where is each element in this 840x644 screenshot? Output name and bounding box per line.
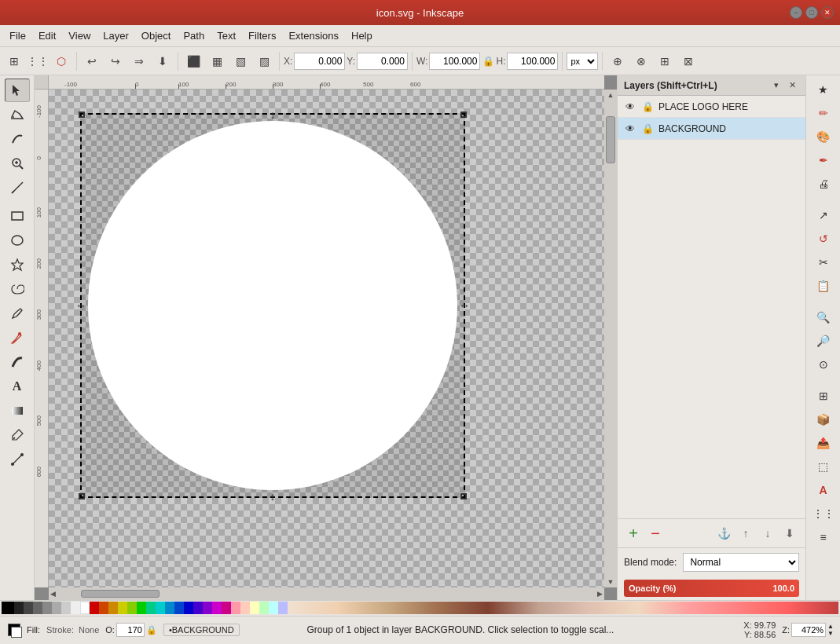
snap1-btn[interactable]: ⊕ [607,50,629,72]
move-layer-bottom[interactable]: ⬇ [780,524,799,543]
canvas-viewport[interactable]: ↕ ↕ ↔ ↔ [49,90,604,587]
menu-filters[interactable]: Filters [242,27,282,44]
swatch-orange[interactable] [108,602,118,614]
move-layer-anchor[interactable]: ⚓ [714,524,733,543]
rt-pattern-btn[interactable]: ⋮⋮ [811,503,836,525]
tool-dropper[interactable] [5,423,30,447]
tool-rect[interactable] [5,204,30,228]
rt-grid-toggle-btn[interactable]: ⊞ [811,385,836,407]
w-input[interactable] [429,53,480,70]
swatch-dark-blue[interactable] [184,602,193,614]
toolbar-snap-btn[interactable]: ⊞ [3,50,25,72]
opacity-lock-btn[interactable]: 🔒 [146,625,157,635]
swatch-pink[interactable] [222,602,231,614]
tool-ellipse[interactable] [5,229,30,252]
tool-node[interactable] [5,103,30,126]
rt-pen-btn[interactable]: ✒ [811,149,836,171]
h-input[interactable] [507,53,558,70]
swatch-gray7[interactable] [71,602,80,614]
rt-ungroup-btn[interactable]: 📤 [811,432,836,454]
move-layer-up[interactable]: ↑ [736,524,755,543]
maximize-button[interactable]: □ [805,6,818,19]
swatch-blue[interactable] [174,602,184,614]
menu-text[interactable]: Text [211,27,242,44]
toolbar-redo-btn[interactable]: ↪ [105,50,127,72]
swatch-black[interactable] [2,602,14,614]
scroll-bottom-track[interactable] [57,590,596,598]
blend-select[interactable]: Normal Multiply Screen Overlay [683,553,799,572]
swatch-green[interactable] [137,602,146,614]
unit-select[interactable]: px mm cm in [567,53,598,70]
tool-star[interactable] [5,253,30,276]
x-input[interactable] [294,53,345,70]
menu-layer[interactable]: Layer [97,27,135,44]
layers-minimize-btn[interactable]: ▾ [769,79,783,93]
rt-print-btn[interactable]: 🖨 [811,173,836,195]
layer-row-0[interactable]: 👁 🔒 PLACE LOGO HERE [618,96,805,118]
opacity-ctrl-input[interactable] [116,623,145,637]
tool-measure[interactable] [5,176,30,199]
tool-gradient[interactable] [5,399,30,423]
canvas-document[interactable]: ↕ ↕ ↔ ↔ [80,113,465,498]
align-left-btn[interactable]: ⬛ [182,50,204,72]
toolbar-fwd-btn[interactable]: ⇒ [128,50,150,72]
tool-calligraphy[interactable] [5,350,30,374]
tool-text[interactable]: A [5,375,30,398]
align-center-btn[interactable]: ▦ [206,50,228,72]
swatch-light-blue[interactable] [278,602,288,614]
stroke-indicator[interactable] [11,627,22,638]
tool-connector[interactable] [5,448,30,471]
rt-align-btn[interactable]: ⬚ [811,456,836,478]
tool-spiral[interactable] [5,277,30,301]
swatch-cyan[interactable] [156,602,165,614]
menu-extensions[interactable]: Extensions [282,27,345,44]
scroll-up-btn[interactable]: ▲ [606,90,616,101]
swatch-magenta[interactable] [212,602,222,614]
menu-file[interactable]: File [3,27,32,44]
rt-pencil-btn[interactable]: ✏ [811,102,836,124]
del-layer-btn[interactable]: − [646,524,665,543]
color-swatch[interactable] [2,602,838,614]
rt-color-btn[interactable]: 🎨 [811,126,836,148]
scroll-right-thumb[interactable] [606,116,615,163]
swatch-gray4[interactable] [42,602,52,614]
swatch-blue-light[interactable] [165,602,174,614]
swatch-orange-red[interactable] [99,602,108,614]
swatch-gray1[interactable] [14,602,24,614]
align-justify-btn[interactable]: ▨ [253,50,275,72]
snap3-btn[interactable]: ⊞ [654,50,676,72]
y-input[interactable] [357,53,408,70]
menu-object[interactable]: Object [135,27,178,44]
swatch-gray6[interactable] [61,602,71,614]
minimize-button[interactable]: – [790,6,802,19]
layer-0-eye[interactable]: 👁 [624,101,636,113]
rt-fit-btn[interactable]: ⊙ [811,353,836,375]
menu-path[interactable]: Path [177,27,211,44]
tool-zoom[interactable] [5,152,30,175]
scroll-left-btn[interactable]: ◀ [49,588,57,599]
add-layer-btn[interactable]: + [624,524,643,543]
snap2-btn[interactable]: ⊗ [630,50,652,72]
menu-edit[interactable]: Edit [32,27,62,44]
opacity-bar[interactable]: Opacity (%) 100.0 [624,580,799,597]
rt-zoom-in-btn[interactable]: 🔍 [811,306,836,328]
swatch-red[interactable] [90,602,99,614]
swatch-light-pink[interactable] [231,602,240,614]
tool-pen[interactable] [5,326,30,349]
rt-paste-btn[interactable]: 📋 [811,275,836,297]
menu-view[interactable]: View [62,27,97,44]
layer-0-lock[interactable]: 🔒 [641,101,654,113]
swatch-light-green[interactable] [259,602,269,614]
rt-move-btn[interactable]: ↗ [811,204,836,226]
swatch-violet[interactable] [193,602,203,614]
snap4-btn[interactable]: ⊠ [677,50,699,72]
scroll-right-btn-h[interactable]: ▶ [596,588,604,599]
swatch-white[interactable] [80,602,90,614]
rt-cut-btn[interactable]: ✂ [811,251,836,273]
toolbar-obj-btn[interactable]: ⬡ [50,50,72,72]
tool-select[interactable] [5,79,30,102]
swatch-gray3[interactable] [33,602,42,614]
swatch-yellow-green[interactable] [127,602,137,614]
scroll-right-track[interactable] [606,101,615,576]
canvas-area[interactable]: -100 0 100 200 300 400 500 600 -100 0 [35,75,617,600]
